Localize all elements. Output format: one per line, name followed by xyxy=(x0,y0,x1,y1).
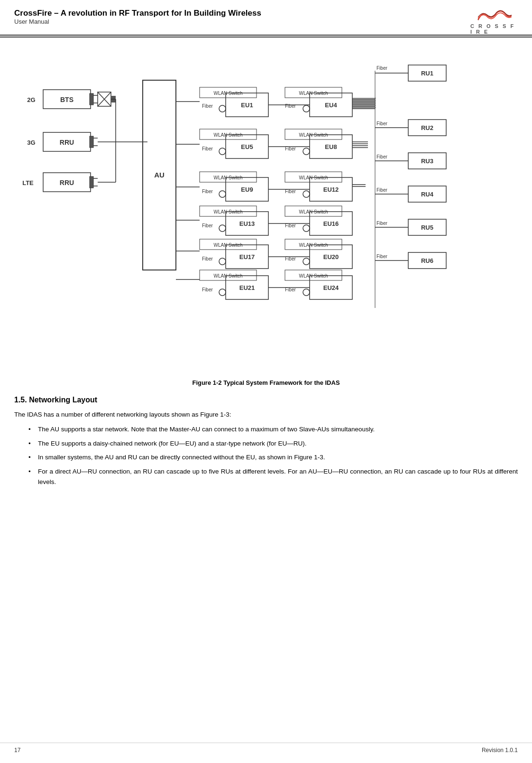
svg-text:Fiber: Fiber xyxy=(202,287,213,292)
bullet-2: The EU supports a daisy-chained network … xyxy=(28,438,518,449)
svg-point-72 xyxy=(303,191,310,197)
main-content: BTS 2G RRU 3G RRU LTE xyxy=(0,42,532,501)
bullet-4: For a direct AU—RU connection, an RU can… xyxy=(28,466,518,487)
svg-text:RU3: RU3 xyxy=(421,158,433,165)
svg-text:Fiber: Fiber xyxy=(202,189,213,194)
svg-text:Fiber: Fiber xyxy=(376,65,387,71)
svg-text:EU5: EU5 xyxy=(241,143,253,150)
bullet-list: The AU supports a star network. Note tha… xyxy=(28,424,518,487)
svg-point-46 xyxy=(303,105,310,112)
svg-text:EU12: EU12 xyxy=(323,186,339,193)
svg-text:RU6: RU6 xyxy=(421,257,433,264)
revision-label: Revision 1.0.1 xyxy=(482,747,518,754)
svg-text:RRU: RRU xyxy=(60,139,74,146)
svg-text:EU17: EU17 xyxy=(239,253,255,261)
svg-text:EU20: EU20 xyxy=(323,253,339,261)
main-title: CrossFire – A revolution in RF Transport… xyxy=(14,9,261,18)
svg-text:EU4: EU4 xyxy=(325,102,337,109)
svg-text:EU24: EU24 xyxy=(323,284,339,291)
svg-point-79 xyxy=(219,225,226,232)
logo-text: C R O S S F I R E xyxy=(470,23,518,35)
logo-icon xyxy=(475,9,513,22)
svg-text:Fiber: Fiber xyxy=(376,121,387,126)
svg-point-85 xyxy=(303,225,310,232)
svg-text:Fiber: Fiber xyxy=(376,221,387,226)
svg-point-53 xyxy=(219,148,226,155)
svg-text:Fiber: Fiber xyxy=(202,256,213,261)
page-header: CrossFire – A revolution in RF Transport… xyxy=(0,0,532,36)
svg-text:3G: 3G xyxy=(27,139,35,146)
header-titles: CrossFire – A revolution in RF Transport… xyxy=(14,9,261,25)
subtitle: User Manual xyxy=(14,18,261,25)
svg-point-39 xyxy=(219,105,226,112)
bullet-3: In smaller systems, the AU and RU can be… xyxy=(28,452,518,463)
svg-text:RU2: RU2 xyxy=(421,124,433,131)
svg-text:Fiber: Fiber xyxy=(285,103,296,109)
svg-text:EU13: EU13 xyxy=(239,220,255,227)
svg-text:EU1: EU1 xyxy=(241,102,253,109)
svg-text:Fiber: Fiber xyxy=(202,223,213,228)
svg-text:RU4: RU4 xyxy=(421,191,434,198)
header-divider xyxy=(0,37,532,37)
page-number: 17 xyxy=(14,747,20,754)
svg-text:Fiber: Fiber xyxy=(202,103,213,109)
logo-area: C R O S S F I R E xyxy=(470,9,518,35)
svg-text:Fiber: Fiber xyxy=(202,146,213,151)
svg-text:RU5: RU5 xyxy=(421,224,433,231)
svg-point-98 xyxy=(303,258,310,265)
svg-text:Fiber: Fiber xyxy=(376,187,387,193)
svg-text:EU21: EU21 xyxy=(239,284,255,291)
svg-text:Fiber: Fiber xyxy=(376,154,387,159)
svg-text:RRU: RRU xyxy=(60,179,74,186)
svg-text:RU1: RU1 xyxy=(421,70,433,77)
svg-rect-9 xyxy=(90,93,93,105)
svg-text:2G: 2G xyxy=(27,96,35,103)
svg-text:EU16: EU16 xyxy=(323,220,339,227)
svg-rect-16 xyxy=(90,136,93,148)
svg-point-66 xyxy=(219,191,226,197)
bullet-1: The AU supports a star network. Note tha… xyxy=(28,424,518,435)
svg-text:LTE: LTE xyxy=(22,179,34,186)
svg-rect-22 xyxy=(90,177,93,188)
svg-point-92 xyxy=(219,258,226,265)
svg-text:EU9: EU9 xyxy=(241,186,253,193)
diagram-svg: BTS 2G RRU 3G RRU LTE xyxy=(15,52,517,374)
svg-point-59 xyxy=(303,148,310,155)
svg-text:AU: AU xyxy=(154,171,165,179)
svg-text:EU8: EU8 xyxy=(325,143,337,150)
section-heading: 1.5. Networking Layout xyxy=(14,396,518,404)
page-footer: 17 Revision 1.0.1 xyxy=(0,743,532,754)
diagram-container: BTS 2G RRU 3G RRU LTE xyxy=(15,52,517,374)
svg-point-105 xyxy=(219,289,226,296)
svg-text:Fiber: Fiber xyxy=(376,254,387,259)
figure-caption: Figure 1-2 Typical System Framework for … xyxy=(14,379,518,386)
svg-point-111 xyxy=(303,289,310,296)
svg-text:BTS: BTS xyxy=(60,96,73,103)
intro-text: The IDAS has a number of different netwo… xyxy=(14,410,518,419)
